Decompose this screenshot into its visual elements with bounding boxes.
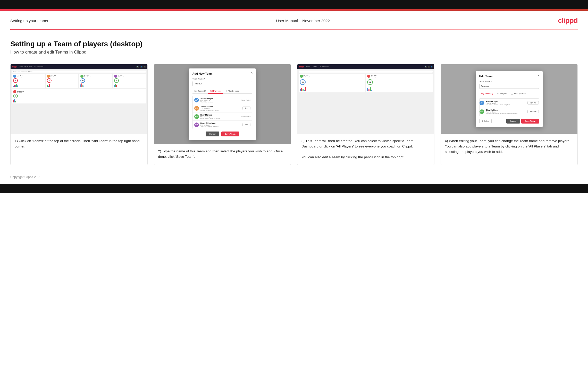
ss1-player-info-3: Plus Handicap (84, 76, 90, 77)
modal4-save-btn[interactable]: Save Team (521, 119, 539, 124)
ss3-bar (304, 90, 305, 91)
modal4-delete-label: Delete (484, 120, 489, 122)
ss3-bar (367, 88, 368, 91)
ss1-score-1: 84 (13, 78, 18, 83)
ss1-bar (15, 101, 16, 102)
edit-club-2: Plus HandicapRoyal North Devon Golf Club… (486, 111, 526, 114)
ss1-avatar-2 (47, 75, 50, 78)
ss3-player-name-1: Blair McHarg (304, 75, 310, 76)
ss1-avatar-5 (13, 90, 16, 93)
modal2-tab-myteam[interactable]: My Team (2) (192, 89, 208, 94)
modal2-footer: Cancel Save Team (192, 132, 252, 136)
modal4-filter-check[interactable] (511, 93, 513, 95)
modal4-footer: 🗑 Delete Cancel Save Team (479, 119, 539, 124)
ss1-nav-perf: My Performance (34, 66, 44, 67)
ss1-filter-bar: Finding 5 out of 4 players from: All Pla… (12, 71, 146, 73)
ss3-logo: clippd (299, 66, 304, 68)
remove-btn-1[interactable]: Remove (527, 101, 539, 104)
ss1-bar (15, 85, 16, 87)
ss3-bar (368, 89, 369, 91)
ss1-nav-home: Home (20, 66, 23, 67)
ss3-bars-1 (300, 86, 364, 91)
modal4-filter-label: Filter by name (514, 93, 525, 94)
ss1-player-name-5: Richard Butler (17, 91, 24, 92)
ss3-pencil-icon[interactable]: ✏ (428, 66, 430, 68)
player-item-1: AP Adrian Player Plus HandicapThe Shire … (193, 96, 252, 104)
modal2-team-name-input[interactable] (192, 81, 252, 86)
modal4-team-name-input[interactable] (479, 84, 539, 89)
trash-icon: 🗑 (482, 120, 483, 122)
ss1-search-btn: 🔍 (136, 66, 139, 68)
ss1-nav-teams: My My Teams (24, 66, 32, 67)
step1-screenshot: clippd Home My My Teams My Performance 🔍… (11, 64, 147, 134)
modal4-tab-allplayers[interactable]: All Players (495, 91, 509, 96)
ss1-bar (81, 83, 82, 87)
p-avatar-3: BM (194, 114, 199, 119)
ss1-bar (48, 86, 49, 87)
modal2-team-name-label: Team Name * (192, 78, 252, 80)
ss1-bars-2 (47, 83, 78, 87)
modal4-cancel-btn[interactable]: Cancel (506, 119, 520, 124)
ss1-bar (13, 100, 14, 102)
page-content: Setting up a Team of players (desktop) H… (0, 30, 588, 173)
ss3-bar (301, 88, 302, 91)
modal4-delete-btn[interactable]: 🗑 Delete (479, 119, 492, 123)
ss1-bars-4 (114, 83, 145, 87)
edit-name-1: Adrian Player (486, 100, 526, 102)
p-add-btn-4[interactable]: Add (242, 123, 250, 126)
edit-avatar-1: AP (480, 101, 484, 105)
remove-btn-2[interactable]: Remove (527, 110, 539, 113)
step1-desc: 1) Click on 'Teams' at the top of the sc… (11, 134, 147, 165)
ss1-player-card-2: Adrian Coliba 1.5 Handicap 0 (46, 74, 79, 88)
ss3-user-icon: 👤 (431, 66, 433, 68)
ss3-filter-bar (299, 71, 433, 73)
ss1-bar (83, 85, 84, 87)
p-name-3: Blair McHarg (200, 114, 240, 116)
ss1-nav-links: Home My My Teams My Performance (20, 66, 44, 67)
ss1-avatar-4 (114, 75, 117, 78)
ss1-nav-actions: 🔍 👤 ✕ (136, 66, 146, 68)
ss1-bar (16, 84, 17, 87)
ss3-player-info-2: Plus Handicap (371, 76, 378, 77)
ss1-bar (115, 84, 116, 87)
p-info-1: Adrian Player Plus HandicapThe Shire Lon… (200, 97, 240, 103)
modal2-tab-allplayers[interactable]: All Players (208, 89, 223, 94)
ss1-score-2: 0 (47, 78, 52, 83)
ss1-player-name-1: Adrian Collins (17, 75, 24, 76)
modal2-save-btn[interactable]: Save Team (221, 132, 239, 136)
modal4-footer-right: Cancel Save Team (506, 119, 539, 124)
edit-player-1: AP Adrian Player Plus HandicapThe Shire … (480, 99, 539, 107)
p-add-btn-2[interactable]: Add (242, 107, 250, 110)
ss3-player-name-2: Richard Butler (371, 75, 378, 76)
ss1-players-row-2: Richard Butler Plus Handicap 72 (12, 89, 146, 103)
modal2-cancel-btn[interactable]: Cancel (206, 132, 219, 136)
ss1-bar (14, 99, 15, 102)
ss1-player-name-2: Adrian Coliba (51, 75, 57, 76)
ss1-bars-1 (13, 83, 44, 87)
clippd-logo: clippd (558, 16, 578, 25)
ss3-tab-home: Home (305, 65, 311, 68)
step4-screenshot: Edit Team × Team Name * My Team (2) All … (441, 64, 578, 134)
modal4-tab-myteam[interactable]: My Team (2) (479, 91, 495, 96)
modal2-filter-check[interactable] (225, 90, 227, 92)
page-subtitle: How to create and edit Teams in Clippd (10, 50, 578, 55)
ss3-player-card-1: Blair McHarg Plus Handicap 94 (299, 74, 365, 92)
p-info-2: Adrian Coliba 1.5 HandicapCentral London… (200, 106, 241, 111)
bottom-bar (0, 184, 588, 193)
p-avatar-4: DB (194, 123, 199, 127)
modal2-close[interactable]: × (251, 71, 253, 74)
p-info-4: Dave Billingham 3.5 HandicapThe Gog Mago… (200, 122, 241, 127)
modal4-team-name-label: Team Name * (479, 80, 539, 83)
p-action-1: Player Added (241, 99, 250, 101)
ss1-bar (17, 85, 18, 87)
ss1-player-name-3: Blair McHarg (84, 75, 90, 76)
p-club-4: 3.5 HandicapThe Gog Magog Golf Club (200, 124, 241, 127)
p-name-1: Adrian Player (200, 97, 240, 100)
ss3-bar (303, 89, 304, 91)
ss3-nav-tabs: Home Teams My Performance (305, 65, 330, 68)
ss3-players-row: Blair McHarg Plus Handicap 94 (299, 74, 433, 92)
modal4-close[interactable]: × (537, 74, 540, 77)
modal2-tabs: My Team (2) All Players Filter by name (192, 89, 252, 94)
ss1-player-card-1: Adrian Collins Plus Handicap 84 (12, 74, 45, 88)
ss1-player-info-5: Plus Handicap (17, 92, 24, 93)
